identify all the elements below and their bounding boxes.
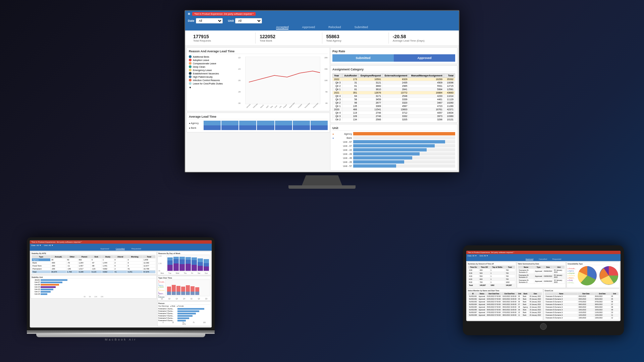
at-year: Qtr 2	[333, 101, 342, 105]
wte-r1-annual: 30	[51, 258, 66, 261]
unit-row-57: ● Unit - 57	[332, 164, 455, 168]
at-year: Qtr 3	[333, 98, 342, 101]
rday-mon-seg2	[167, 260, 173, 265]
mhbar-fill-7	[41, 293, 47, 295]
type-xlbl-7: Q3	[205, 298, 207, 300]
avg-y-axis: -22 -24 -26 -28 -30	[238, 57, 245, 104]
tab-approved[interactable]: Approved	[302, 25, 315, 29]
legend-expand[interactable]: ▼	[189, 86, 236, 89]
unit-label-26: Unit - 26	[335, 161, 352, 163]
at-auto: 135	[342, 105, 359, 108]
kpi-lead-time-label: Average Lead Time (Days)	[393, 39, 451, 42]
req-label-2: 15K	[320, 68, 328, 70]
unit-spacer-07: ●	[332, 145, 334, 147]
ipad-home-btn[interactable]	[540, 323, 547, 330]
unit-row-07: ● Unit - 07	[332, 144, 455, 147]
svg-rect-14	[195, 292, 199, 295]
mhbar-fill-2	[41, 282, 62, 283]
type-chart-area	[165, 280, 210, 296]
gl-cell: Forename St Surname Jt	[545, 311, 578, 314]
avg-label-4: -28	[238, 91, 245, 93]
person-bar-4	[177, 315, 193, 317]
wte-total-attend: 41	[114, 270, 127, 274]
sl-cell: 04/01/2022 19:00:00	[502, 303, 518, 306]
tab-relocked[interactable]: Relocked	[328, 25, 341, 29]
rday-sun-seg2	[204, 263, 209, 266]
rday-thu-seg1	[185, 264, 191, 271]
at-total: 11280	[444, 105, 455, 108]
at-emp: 2746	[359, 115, 382, 118]
mhbar-row-1: (blank)	[32, 279, 156, 281]
sum-col-total: Total	[505, 266, 515, 269]
pay-approved-btn[interactable]: Approved	[394, 54, 455, 62]
ipad-tab-approved[interactable]: Approved	[526, 258, 534, 260]
lt-agency-bars	[204, 121, 328, 125]
dt-r3-date: 02/09/2022	[543, 279, 553, 284]
sl-cell: Approved	[478, 301, 486, 303]
wte-r1-sick: 0	[91, 258, 102, 261]
rday-y2: 1.5K	[158, 262, 165, 264]
at-ext: 2546	[382, 95, 409, 98]
gl-cell: 09	[610, 309, 619, 311]
at-total: 10360	[444, 115, 455, 118]
macbook-tab-cancelled[interactable]: Cancelled	[116, 248, 125, 250]
ipad-select-title: Select Member by Name and Start Time	[468, 290, 542, 292]
sl-cell: 08	[518, 306, 522, 309]
ipad-warning: *Not In Product Experience: 3rd party so…	[468, 251, 514, 253]
person-row-3: Forename 3 Surna...	[158, 312, 210, 314]
macbook-tab-approved[interactable]: Approved	[100, 248, 109, 250]
sum-r5-top: 1	[490, 281, 505, 284]
gl-cell: 08/01/2022	[594, 303, 610, 306]
tab-submitted[interactable]: Submitted	[355, 25, 368, 29]
at-emp: 3369	[359, 105, 382, 108]
legend-emergency: Emergency Leave	[189, 69, 236, 71]
sl-cell: Approved	[478, 298, 486, 301]
sum-row-3: 4:00 550 1 700	[468, 275, 515, 278]
sl-cell: SU/001/005	[468, 306, 478, 309]
month-jul: July	[279, 105, 282, 108]
at-manual: 4057	[409, 111, 444, 115]
pxlbl-1: 0	[163, 322, 164, 323]
lt-bar-agency-1	[204, 121, 221, 125]
sum-col-topoff: Top of Shifts	[490, 266, 505, 269]
unit-panel: Unit ● Agency ● Bank	[330, 124, 458, 171]
unit-dot-agency: ●	[332, 133, 334, 135]
at-ext: 2841	[382, 88, 409, 91]
unit-select[interactable]: All	[235, 18, 262, 23]
macbook-unit-title: Stability Unit	[32, 276, 156, 279]
macbook-tab-requested[interactable]: Requested	[131, 248, 141, 250]
dt-r2-unit: 05 January 2022	[553, 274, 565, 279]
reason-title: Reason And Average Lead Time	[189, 50, 328, 54]
rday-sat	[198, 256, 203, 271]
assignment-table-wrap[interactable]: Year AutoRoster EmployeeRequest External…	[332, 73, 455, 120]
rday-y1: 3.00	[158, 255, 165, 257]
sum-row-4: 6:00 600 1 700	[468, 278, 515, 281]
wte-total-working: 4,251	[127, 270, 143, 274]
sl-cell: 15 January 2022	[529, 311, 542, 314]
at-auto: 96	[342, 101, 359, 105]
sl-cell: 20 January 2022	[529, 314, 542, 317]
gl-col-end: End Date	[594, 293, 610, 295]
warning-badge: *Not In Product Experience: 3rd party so…	[192, 12, 256, 16]
month-aug: August	[283, 104, 287, 108]
ipad-tab-cancelled[interactable]: Cancelled	[539, 258, 547, 260]
wte-r3-other: -11	[66, 264, 78, 267]
svg-rect-4	[172, 292, 176, 295]
gl-cell: 05/01/2022	[578, 295, 594, 298]
tab-accepted[interactable]: Accepted	[276, 25, 289, 29]
dt-r1-type: Approved	[534, 269, 543, 274]
ipad-tab-requested[interactable]: Requested	[552, 258, 561, 260]
mhbar-label-1: (blank)	[32, 279, 40, 281]
sl-cell: 07/01/2022 19:00:00	[502, 311, 518, 314]
unit-fill-28	[353, 152, 419, 156]
wte-r1-working: 0	[127, 258, 143, 261]
type-xlbl-2: Q2	[168, 298, 170, 300]
legend-dot-establishment	[189, 72, 192, 75]
at-auto: 61	[342, 84, 359, 88]
wte-row-2: Bank -600 -70 1,264 -97 1,444 2 0 12,392	[32, 261, 156, 264]
date-select[interactable]: All	[196, 18, 223, 23]
rday-xlbl-sun: Sun	[205, 272, 208, 274]
mhbar-label-7: Unit-18	[32, 293, 40, 295]
pay-submitted-btn[interactable]: Submitted	[332, 54, 394, 62]
at-manual: 4723	[409, 105, 444, 108]
